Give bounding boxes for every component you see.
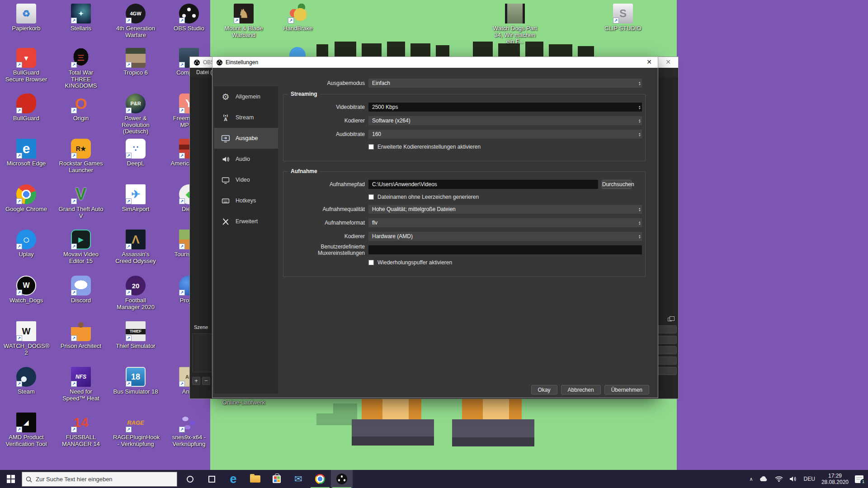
settings-tab[interactable]: Audio: [214, 149, 278, 169]
spinner-arrows-icon[interactable]: ▴▾: [639, 81, 640, 85]
output-mode-select[interactable]: Einfach ▴▾: [368, 79, 642, 88]
field-input[interactable]: Hardware (AMD) ▴▾: [368, 232, 642, 241]
desktop-icon[interactable]: ↗ Prison Architect: [58, 321, 104, 350]
start-button[interactable]: [0, 470, 22, 488]
desktop-icon[interactable]: 14 ↗ FUSSBALL MANAGER 14: [58, 413, 104, 447]
settings-tab[interactable]: ⚙ Allgemein: [214, 86, 278, 107]
field-input[interactable]: 2500 Kbps ▴▾: [368, 103, 642, 112]
desktop-icon[interactable]: ▼ ↗ BullGuard Secure Browser: [4, 48, 49, 83]
language-indicator[interactable]: DEU: [804, 476, 815, 482]
taskbar-clock[interactable]: 17:29 28.08.2020: [821, 473, 849, 485]
desktop-icon[interactable]: 三 ↗ Total War THREE KINGDOMS: [58, 48, 104, 89]
settings-tab[interactable]: A Stream: [214, 107, 278, 128]
field-input[interactable]: ▴▾: [368, 245, 642, 254]
desktop-icon[interactable]: ✈ ↗ SimAirport: [113, 184, 158, 213]
close-icon[interactable]: ✕: [665, 58, 671, 66]
settings-tab[interactable]: Video: [214, 169, 278, 190]
field-input[interactable]: Hohe Qualität; mittelgroße Dateien ▴▾: [368, 205, 642, 214]
desktop-icon[interactable]: ✦ ↗ Stellaris: [58, 4, 104, 32]
desktop-icon[interactable]: V ↗ Grand Theft Auto V: [58, 184, 104, 219]
taskbar-mail[interactable]: ✉: [288, 470, 309, 488]
desktop-icon[interactable]: NFS ↗ Need for Speed™ Heat: [58, 367, 104, 402]
dock-popout-icon[interactable]: [668, 318, 672, 321]
browse-button[interactable]: Durchsuchen: [602, 180, 632, 189]
field-input[interactable]: 160 ▴▾: [368, 130, 642, 139]
desktop-icon[interactable]: O ↗ Origin: [58, 94, 104, 122]
desktop-icon-label: Origin: [58, 115, 104, 122]
settings-tab[interactable]: Erweitert: [214, 211, 278, 232]
apply-button[interactable]: Übernehmen: [604, 385, 649, 394]
spinner-arrows-icon[interactable]: ▴▾: [639, 132, 640, 136]
onedrive-cloud-icon[interactable]: [760, 476, 769, 482]
wifi-icon[interactable]: [775, 476, 783, 482]
settings-row: Aufnahmepfad C:\Users\Anwender\Videos ▴▾…: [283, 180, 642, 189]
field-input[interactable]: Software (x264) ▴▾: [368, 116, 642, 125]
output-mode-row: Ausgabemodus Einfach ▴▾: [283, 79, 642, 88]
okay-button[interactable]: Okay: [531, 385, 557, 394]
desktop-icon[interactable]: P&R ↗ Power & Revolution (Deutsch): [113, 94, 158, 135]
cortana-button[interactable]: [179, 470, 201, 488]
desktop-icon[interactable]: ↗ Tropico 6: [113, 48, 158, 76]
taskbar-obs[interactable]: [331, 470, 353, 488]
desktop-icon[interactable]: ↗ Discord: [58, 276, 104, 304]
desktop-icon[interactable]: S ↗ CLIP STUDIO: [600, 4, 646, 32]
volume-icon[interactable]: [789, 476, 797, 482]
desktop-icon[interactable]: e ↗ Microsoft Edge: [4, 139, 49, 167]
settings-tab[interactable]: Ausgabe: [214, 128, 278, 149]
desktop-icon[interactable]: ◢ ↗ AMD Product Verification Tool: [4, 413, 49, 447]
desktop-icon[interactable]: ♞ ↗ Mount & Blade Warband: [221, 4, 266, 38]
taskbar-chrome[interactable]: [309, 470, 331, 488]
spinner-arrows-icon[interactable]: ▴▾: [639, 118, 640, 123]
checkbox[interactable]: [368, 194, 374, 200]
desktop-icon[interactable]: Λ ↗ Assassin's Creed Odyssey: [113, 230, 158, 264]
desktop-icon[interactable]: W ↗ Watch_Dogs: [4, 276, 49, 304]
desktop-icon[interactable]: ↗ Watch Dogs Part 34, Wir machen ein F..…: [492, 4, 538, 45]
desktop-icon[interactable]: ↗ Steam: [4, 367, 49, 395]
desktop-icon[interactable]: ↗ Google Chrome: [4, 184, 49, 213]
desktop-icon[interactable]: ↗ HandBrake: [275, 4, 321, 32]
desktop-icon[interactable]: 20 ↗ Football Manager 2020: [113, 276, 158, 310]
settings-tab-label: Stream: [236, 114, 254, 121]
shortcut-arrow-icon: ↗: [179, 62, 185, 68]
desktop-icon-label: Online-Laufwerk: [221, 399, 266, 406]
desktop-icon[interactable]: W ↗ WATCH_DOGS® 2: [4, 321, 49, 356]
desktop-icon[interactable]: ↗ OBS Studio: [166, 4, 212, 32]
task-view-button[interactable]: [201, 470, 222, 488]
desktop-icon[interactable]: THIEF ↗ Thief Simulator: [113, 321, 158, 350]
cancel-button[interactable]: Abbrechen: [561, 385, 601, 394]
desktop-icon[interactable]: R★ ↗ Rockstar Games Launcher: [58, 139, 104, 174]
spinner-arrows-icon[interactable]: ▴▾: [639, 221, 640, 225]
field-label: Benutzerdefinierte Muxereinstellungen: [283, 244, 365, 256]
clock-date: 28.08.2020: [821, 479, 849, 485]
desktop-icon[interactable]: 4GW ↗ 4th Generation Warfare: [113, 4, 158, 38]
remove-scene-button[interactable]: −: [202, 377, 210, 385]
close-icon[interactable]: ✕: [646, 58, 652, 66]
desktop-icon[interactable]: ○ ↗ Uplay: [4, 230, 49, 258]
settings-tab[interactable]: Hotkeys: [214, 190, 278, 211]
add-scene-button[interactable]: +: [192, 377, 200, 385]
checkbox[interactable]: [368, 144, 374, 150]
spinner-arrows-icon[interactable]: ▴▾: [639, 234, 640, 239]
search-icon: [26, 476, 32, 483]
action-center-icon[interactable]: 1: [855, 475, 863, 483]
search-input[interactable]: [36, 476, 162, 483]
field-input[interactable]: flv ▴▾: [368, 218, 642, 227]
taskbar-edge[interactable]: e: [222, 470, 244, 488]
desktop-icon[interactable]: 18 ↗ Bus Simulator 18: [113, 367, 158, 395]
desktop-icon[interactable]: ↗ BullGuard: [4, 94, 49, 122]
spinner-arrows-icon[interactable]: ▴▾: [639, 207, 640, 211]
desktop-icon[interactable]: RAGE ↗ RAGEPluginHook - Verknüpfung: [113, 413, 158, 447]
taskbar-search[interactable]: [22, 472, 177, 487]
desktop-icon[interactable]: ▶ ↗ Movavi Video Editor 15: [58, 230, 104, 264]
taskbar-store[interactable]: [266, 470, 288, 488]
desktop-icon[interactable]: ∵ ↗ DeepL: [113, 139, 158, 167]
field-input[interactable]: C:\Users\Anwender\Videos ▴▾: [368, 180, 598, 189]
spinner-arrows-icon[interactable]: ▴▾: [639, 105, 640, 109]
checkbox[interactable]: [368, 260, 374, 265]
desktop-icon-label: RAGEPluginHook - Verknüpfung: [113, 434, 158, 447]
desktop-icon-label: Grand Theft Auto V: [58, 206, 104, 219]
tray-chevron-up-icon[interactable]: ∧: [750, 476, 753, 482]
taskbar-explorer[interactable]: [244, 470, 266, 488]
desktop-icon[interactable]: ♻ ↗ Papierkorb: [4, 4, 49, 32]
desktop-icon[interactable]: ↗ snes9x-x64 - Verknüpfung: [166, 413, 212, 447]
